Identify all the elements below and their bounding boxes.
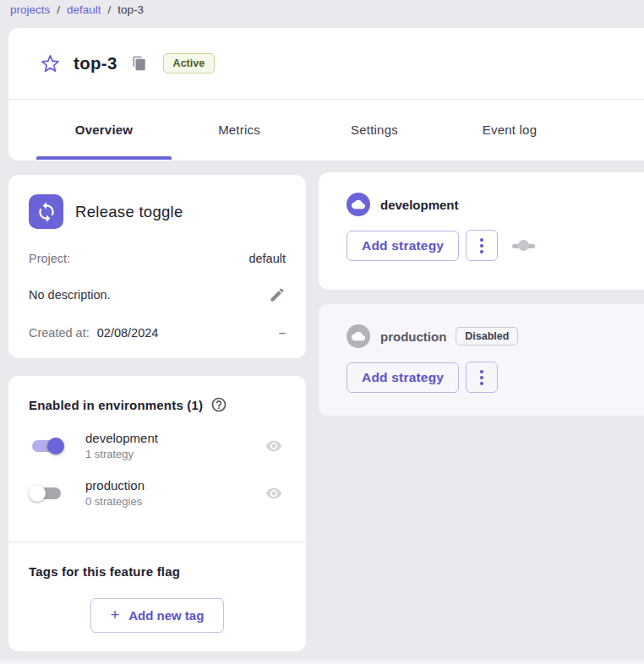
environment-strategy-count: 0 strategies — [85, 495, 145, 508]
tab-bar: Overview Metrics Settings Event log — [8, 100, 644, 160]
project-row: Project: default — [29, 252, 286, 265]
toggle-thumb — [518, 240, 529, 251]
flag-header-row: top-3 Active — [8, 28, 644, 100]
environment-panel-name: development — [380, 198, 459, 212]
enabled-environments-title: Enabled in environments (1) — [29, 398, 203, 412]
description-text: No description. — [29, 288, 111, 302]
enabled-environments-section: Enabled in environments (1) development … — [8, 376, 306, 508]
tab-settings-label: Settings — [351, 122, 398, 137]
tab-metrics-label: Metrics — [218, 122, 260, 137]
environment-panel-name: production — [380, 329, 446, 344]
environment-toggle-production[interactable] — [30, 485, 63, 502]
kebab-dot — [480, 370, 483, 373]
flag-type-label: Release toggle — [75, 203, 183, 221]
favorite-star-icon[interactable] — [41, 53, 61, 73]
toggle-thumb — [29, 485, 46, 502]
sync-arrows-icon — [29, 194, 63, 229]
status-badge: Active — [163, 53, 216, 73]
eye-icon[interactable] — [265, 438, 282, 454]
tab-event-log-label: Event log — [483, 122, 537, 137]
kebab-dot — [480, 244, 483, 248]
description-row: No description. — [29, 286, 286, 303]
tab-settings[interactable]: Settings — [307, 100, 442, 160]
add-new-tag-button[interactable]: + Add new tag — [90, 598, 225, 633]
page-title: top-3 — [74, 53, 117, 73]
plus-icon: + — [111, 607, 120, 624]
breadcrumb-projects[interactable]: projects — [10, 3, 50, 16]
kebab-dot — [480, 238, 483, 242]
add-strategy-button[interactable]: Add strategy — [347, 362, 459, 393]
environment-panel-production: production Disabled Add strategy — [319, 304, 644, 416]
collapse-dash-icon[interactable]: – — [279, 329, 286, 337]
environment-row-development: development 1 strategy — [29, 431, 286, 460]
kebab-menu-button[interactable] — [466, 230, 498, 261]
eye-icon[interactable] — [265, 485, 282, 502]
copy-icon[interactable] — [132, 56, 147, 71]
breadcrumb-current: top-3 — [117, 3, 144, 16]
tab-overview-label: Overview — [75, 122, 133, 137]
flag-type-row: Release toggle — [29, 194, 286, 229]
cloud-icon — [347, 324, 370, 348]
created-at-value: 02/08/2024 — [97, 326, 159, 340]
project-value: default — [248, 252, 286, 265]
flag-overview-card: Release toggle Project: default No descr… — [8, 175, 306, 358]
flag-header-card: top-3 Active Overview Metrics Settings E… — [8, 28, 644, 161]
environment-toggle-development[interactable] — [30, 438, 63, 454]
help-circle-icon[interactable] — [210, 396, 227, 413]
environments-card: Enabled in environments (1) development … — [8, 376, 306, 651]
tags-title: Tags for this feature flag — [29, 564, 286, 579]
kebab-menu-button[interactable] — [466, 362, 498, 393]
tags-section: Tags for this feature flag + Add new tag — [8, 542, 306, 633]
add-new-tag-label: Add new tag — [128, 608, 204, 623]
kebab-dot — [480, 382, 483, 385]
breadcrumb: projects / default / top-3 — [10, 3, 144, 16]
kebab-dot — [480, 250, 483, 253]
disabled-badge: Disabled — [456, 327, 518, 346]
environment-name: production — [85, 478, 145, 493]
active-tab-indicator — [36, 156, 172, 160]
created-at-label: Created at: — [29, 326, 90, 340]
kebab-dot — [480, 376, 483, 379]
project-label: Project: — [29, 252, 70, 265]
environment-row-production: production 0 strategies — [29, 478, 286, 508]
bottom-edge — [0, 661, 644, 664]
created-at-row: Created at: 02/08/2024 – — [29, 326, 286, 340]
breadcrumb-separator: / — [108, 3, 112, 16]
tab-overview[interactable]: Overview — [36, 100, 172, 160]
cloud-icon — [347, 193, 370, 216]
environment-name: development — [85, 431, 158, 445]
environment-enable-toggle[interactable] — [512, 240, 535, 252]
breadcrumb-separator: / — [57, 3, 60, 16]
breadcrumb-default[interactable]: default — [67, 3, 101, 16]
add-strategy-button[interactable]: Add strategy — [347, 231, 459, 261]
edit-pencil-icon[interactable] — [269, 286, 286, 303]
tab-event-log[interactable]: Event log — [442, 100, 577, 160]
environment-panel-development: development Add strategy — [319, 172, 644, 290]
tab-metrics[interactable]: Metrics — [172, 100, 307, 160]
toggle-thumb — [47, 438, 64, 454]
environment-strategy-count: 1 strategy — [85, 448, 158, 460]
